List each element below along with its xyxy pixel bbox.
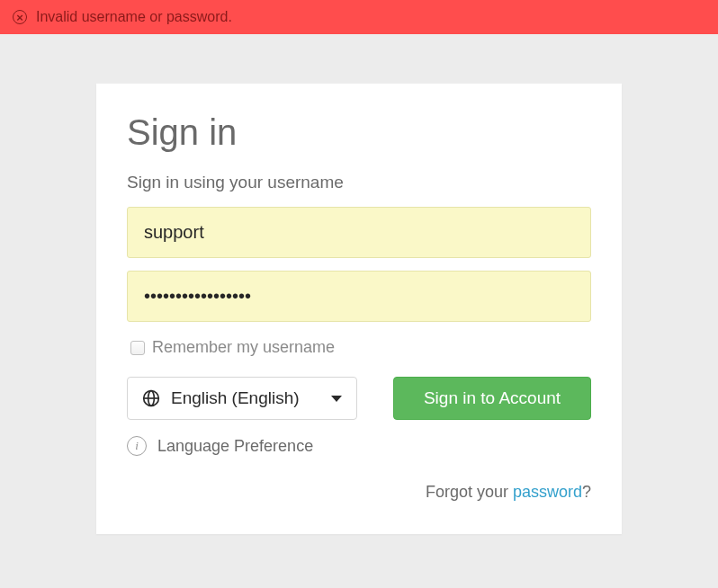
card-title: Sign in [127, 112, 591, 153]
username-field[interactable] [127, 207, 591, 258]
language-preference-label: Language Preference [157, 437, 313, 456]
globe-icon [142, 389, 160, 407]
error-banner: Invalid username or password. [0, 0, 718, 34]
signin-card: Sign in Sign in using your username Reme… [96, 84, 622, 534]
error-icon [13, 10, 27, 24]
forgot-prefix: Forgot your [426, 483, 513, 501]
remember-row: Remember my username [127, 338, 591, 357]
chevron-down-icon [331, 396, 342, 402]
signin-button[interactable]: Sign in to Account [393, 377, 591, 420]
remember-checkbox[interactable] [130, 341, 145, 355]
language-preference-row: i Language Preference [127, 436, 591, 456]
forgot-password-row: Forgot your password? [127, 483, 591, 502]
info-icon: i [127, 436, 147, 456]
forgot-suffix: ? [582, 483, 591, 501]
forgot-password-link[interactable]: password [513, 483, 582, 501]
password-field[interactable] [127, 271, 591, 322]
signin-instruction: Sign in using your username [127, 173, 591, 192]
remember-label: Remember my username [152, 338, 335, 357]
language-selected: English (English) [171, 388, 320, 408]
error-message: Invalid username or password. [36, 9, 232, 25]
language-select[interactable]: English (English) [127, 377, 357, 420]
controls-row: English (English) Sign in to Account [127, 377, 591, 420]
